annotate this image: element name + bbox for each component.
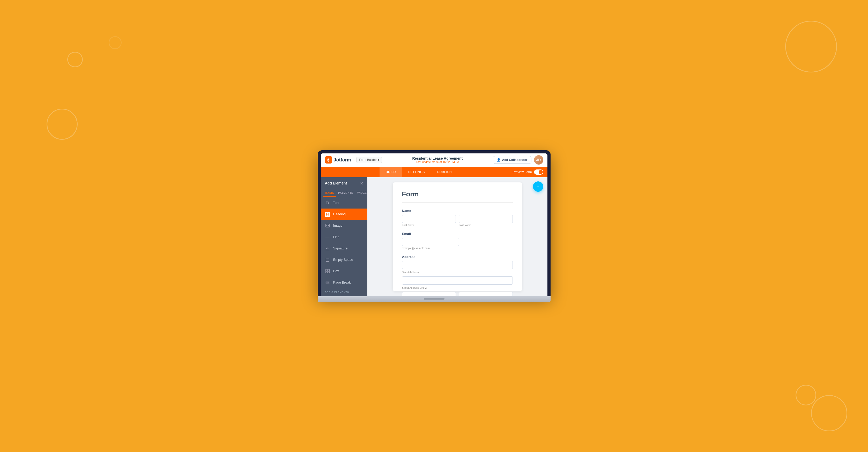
field-name-row: First Name Last Name — [402, 215, 513, 227]
add-collaborator-label: Add Collaborator — [502, 158, 528, 162]
sidebar-tab-payments[interactable]: PAYMENTS — [336, 189, 355, 197]
form-builder-label: Form Builder — [359, 158, 377, 162]
svg-point-0 — [328, 159, 329, 161]
tab-settings[interactable]: SETTINGS — [402, 167, 431, 177]
sidebar-header: Add Element ✕ — [321, 177, 367, 189]
chevron-down-icon: ▾ — [378, 158, 379, 162]
navbar-right: 👤 Add Collaborator JD — [493, 155, 543, 164]
sidebar-item-heading[interactable]: H Heading — [321, 209, 367, 220]
screen-inner: Jotform Form Builder ▾ Residential Lease… — [321, 153, 548, 296]
back-arrow-icon: ← — [536, 184, 540, 189]
page-break-icon — [325, 280, 330, 285]
logo-text: Jotform — [334, 157, 351, 163]
form-card: Form Name First Name — [393, 182, 522, 291]
sidebar-item-image[interactable]: Image — [321, 220, 367, 231]
preview-toggle: Preview Form — [513, 170, 543, 175]
sidebar-item-empty-space[interactable]: Empty Space — [321, 254, 367, 266]
field-address: Address Street Address Street Address Li… — [402, 255, 513, 296]
sidebar-item-text[interactable]: Tt Text — [321, 197, 367, 209]
navbar-center: Residential Lease Agreement Last update … — [382, 156, 493, 164]
laptop-notch — [424, 298, 444, 300]
form-area: Form Name First Name — [367, 177, 548, 296]
svg-rect-7 — [328, 271, 329, 273]
street-address-2-sublabel: Street Address Line 2 — [402, 287, 513, 289]
navbar-brand: Jotform Form Builder ▾ — [325, 156, 382, 163]
avatar[interactable]: JD — [534, 155, 543, 164]
laptop-screen: Jotform Form Builder ▾ Residential Lease… — [318, 150, 551, 296]
form-title: Residential Lease Agreement — [382, 156, 493, 160]
sidebar-item-line[interactable]: — Line — [321, 231, 367, 243]
sidebar-items: Tt Text H Heading — [321, 197, 367, 296]
sidebar-item-form-title[interactable]: Form Title — [321, 295, 367, 296]
svg-rect-3 — [326, 258, 329, 261]
first-name-sublabel: First Name — [402, 224, 456, 227]
field-email-label: Email — [402, 232, 513, 236]
add-collaborator-button[interactable]: 👤 Add Collaborator — [493, 156, 531, 164]
last-name-input[interactable] — [459, 215, 513, 223]
first-name-col: First Name — [402, 215, 456, 227]
state-input[interactable] — [459, 292, 513, 296]
floating-back-button[interactable]: ← — [533, 181, 543, 192]
sidebar-item-page-break[interactable]: Page Break — [321, 277, 367, 288]
signature-icon — [325, 246, 330, 251]
sidebar-item-box[interactable]: Box — [321, 266, 367, 277]
city-input[interactable] — [402, 292, 456, 296]
sidebar-section-label: BASIC ELEMENTS — [321, 288, 367, 295]
street-address-input[interactable] — [402, 261, 513, 269]
navbar: Jotform Form Builder ▾ Residential Lease… — [321, 153, 548, 167]
tab-bar: BUILD SETTINGS PUBLISH Preview Form — [321, 167, 548, 177]
field-email: Email example@example.com — [402, 232, 513, 250]
field-name: Name First Name Last Name — [402, 209, 513, 227]
svg-rect-5 — [328, 269, 329, 271]
close-button[interactable]: ✕ — [360, 181, 363, 186]
tab-bar-tabs: BUILD SETTINGS PUBLISH — [325, 167, 513, 177]
last-name-sublabel: Last Name — [459, 224, 513, 227]
sidebar-item-signature[interactable]: Signature — [321, 243, 367, 254]
toggle-knob — [539, 170, 543, 174]
street-address-sublabel: Street Address — [402, 271, 513, 274]
preview-form-label: Preview Form — [513, 170, 532, 174]
street-address-2-input[interactable] — [402, 276, 513, 284]
laptop-wrapper: Jotform Form Builder ▾ Residential Lease… — [318, 150, 551, 302]
svg-rect-4 — [326, 269, 327, 271]
sidebar: Add Element ✕ BASIC PAYMENTS WIDGETS — [321, 177, 367, 296]
line-icon: — — [325, 234, 330, 240]
sidebar-title: Add Element — [325, 181, 347, 185]
empty-space-icon — [325, 257, 330, 262]
logo-icon — [325, 156, 332, 163]
refresh-icon: ↺ — [457, 160, 459, 163]
user-plus-icon: 👤 — [497, 158, 501, 162]
tab-build[interactable]: BUILD — [379, 167, 402, 177]
email-input[interactable] — [402, 238, 459, 246]
image-icon — [325, 223, 330, 228]
tab-publish[interactable]: PUBLISH — [431, 167, 458, 177]
field-address-label: Address — [402, 255, 513, 259]
first-name-input[interactable] — [402, 215, 456, 223]
laptop-base — [318, 296, 551, 302]
sidebar-tabs: BASIC PAYMENTS WIDGETS — [321, 189, 367, 197]
text-icon: Tt — [325, 200, 330, 205]
svg-rect-6 — [326, 271, 327, 273]
main-content: Add Element ✕ BASIC PAYMENTS WIDGETS — [321, 177, 548, 296]
last-update: Last update made at 16:32 PM ↺ — [382, 160, 493, 164]
preview-toggle-switch[interactable] — [534, 170, 543, 175]
heading-icon: H — [325, 212, 330, 217]
box-icon — [325, 269, 330, 274]
sidebar-tab-basic[interactable]: BASIC — [323, 189, 336, 197]
form-heading: Form — [402, 190, 513, 203]
last-name-col: Last Name — [459, 215, 513, 227]
form-builder-button[interactable]: Form Builder ▾ — [356, 157, 382, 163]
jotform-logo: Jotform — [325, 156, 351, 163]
field-name-label: Name — [402, 209, 513, 213]
email-sublabel: example@example.com — [402, 247, 513, 250]
